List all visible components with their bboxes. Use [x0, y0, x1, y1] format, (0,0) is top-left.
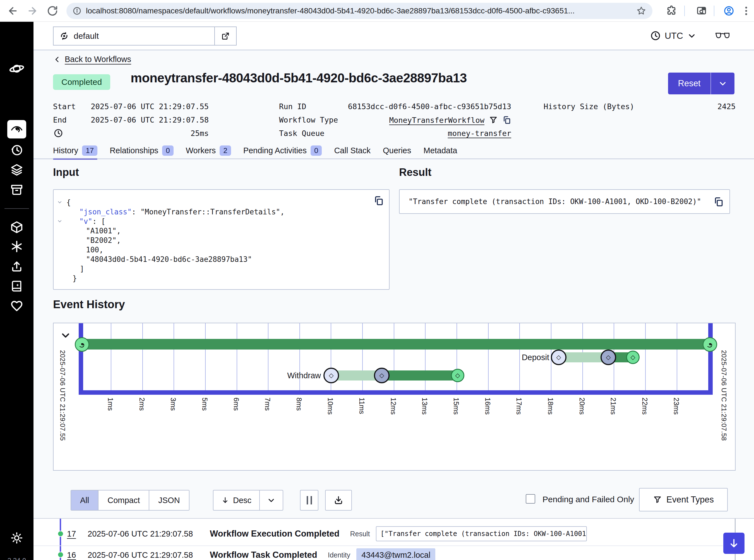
axis-tick: 22ms [641, 398, 649, 415]
event-id-link[interactable]: 17 [67, 529, 80, 539]
browser-reload-icon[interactable] [47, 5, 58, 17]
sidebar-item-workflows[interactable] [7, 120, 26, 138]
axis-tick: 8ms [295, 398, 303, 411]
pending-failed-label: Pending and Failed Only [543, 495, 634, 504]
activity-label-deposit: Deposit [493, 352, 549, 362]
sort-menu-chevron-icon[interactable] [259, 491, 283, 510]
tab-call-stack[interactable]: Call Stack [334, 145, 371, 159]
event-id-link[interactable]: 16 [67, 551, 80, 560]
tab-count-badge: 0 [162, 145, 173, 156]
scroll-to-bottom-button[interactable] [723, 533, 745, 554]
view-compact-button[interactable]: Compact [99, 491, 149, 510]
copy-icon[interactable] [502, 116, 511, 124]
reset-button[interactable]: Reset [668, 73, 734, 94]
sidebar-item-import[interactable] [10, 260, 23, 273]
sidebar-item-task-queues[interactable] [10, 163, 23, 176]
json-line: { [66, 198, 389, 207]
sidebar-item-feedback[interactable] [10, 299, 23, 313]
extensions-icon[interactable] [666, 5, 677, 17]
sort-desc-button[interactable]: Desc [213, 491, 259, 510]
timezone-selector[interactable]: UTC [650, 22, 696, 50]
event-name: Workflow Task Completed [210, 550, 317, 560]
copy-icon[interactable] [713, 197, 724, 207]
timeline-axis-bottom [79, 390, 713, 395]
event-types-filter-button[interactable]: Event Types [639, 488, 728, 512]
pause-autorefresh-button[interactable] [300, 490, 319, 511]
tab-queries[interactable]: Queries [383, 145, 411, 159]
site-info-icon[interactable] [73, 6, 81, 15]
axis-tick: 7ms [263, 398, 271, 411]
view-mode-switcher: All Compact JSON [70, 490, 189, 511]
namespace-selector[interactable]: default [53, 26, 237, 45]
browser-forward-icon[interactable] [27, 5, 38, 17]
temporal-spiral-icon [78, 340, 86, 349]
event-row[interactable]: 16 2025-07-06 UTC 21:29:07.58 Workflow T… [34, 544, 723, 560]
copy-icon[interactable] [373, 195, 384, 206]
withdraw-completed-marker[interactable]: ◇ [451, 369, 464, 382]
tab-label: Call Stack [334, 146, 371, 155]
tab-workers[interactable]: Workers 2 [186, 145, 231, 159]
tab-label: History [53, 146, 78, 155]
sidebar-item-archive[interactable] [10, 183, 23, 197]
sort-order-control: Desc [213, 490, 283, 511]
sidebar-item-docs[interactable] [10, 280, 23, 293]
axis-tick: 23ms [672, 398, 680, 415]
axis-tick: 18ms [546, 398, 554, 415]
back-to-workflows-link[interactable]: Back to Workflows [54, 55, 131, 64]
workflow-start-node[interactable] [75, 337, 89, 352]
expand-chevron-icon[interactable] [60, 329, 72, 341]
download-icon [333, 495, 344, 505]
reset-button-label[interactable]: Reset [668, 73, 711, 94]
arrow-down-icon [221, 496, 229, 504]
labs-glasses-icon[interactable] [715, 30, 730, 41]
gridline [394, 323, 394, 391]
event-timestamp: 2025-07-06 UTC 21:29:07.58 [88, 551, 203, 560]
tab-search-icon[interactable] [696, 5, 707, 17]
bookmark-star-icon[interactable] [636, 6, 646, 16]
browser-back-icon[interactable] [7, 5, 18, 17]
end-label: End [53, 116, 67, 124]
deposit-scheduled-marker[interactable]: ◇ [551, 349, 567, 365]
sidebar-item-deployments[interactable] [10, 221, 23, 234]
axis-tick: 3ms [169, 398, 177, 411]
json-line: "48043d0d-5b41-4920-bd6c-3ae28897ba13" [66, 255, 389, 264]
collapse-chevron-icon[interactable] [57, 199, 62, 205]
reset-menu-chevron-icon[interactable] [711, 73, 734, 94]
profile-icon[interactable] [723, 5, 734, 17]
workflow-execution-bar[interactable] [81, 339, 710, 349]
url-text[interactable]: localhost:8080/namespaces/default/workfl… [86, 6, 636, 15]
workflow-end-node[interactable] [702, 337, 717, 352]
history-size-label: History Size (Bytes) [544, 102, 634, 111]
withdraw-scheduled-marker[interactable]: ◇ [323, 368, 339, 383]
view-all-button[interactable]: All [71, 491, 99, 510]
json-line: 100, [66, 245, 389, 255]
axis-tick: 13ms [421, 398, 429, 415]
temporal-logo-icon[interactable] [9, 61, 24, 77]
namespace-open-icon[interactable] [214, 27, 236, 45]
pending-failed-checkbox[interactable] [526, 494, 535, 504]
timeline-axis-right [708, 323, 713, 395]
collapse-chevron-icon[interactable] [57, 218, 62, 224]
deposit-completed-marker[interactable]: ◇ [626, 351, 639, 364]
filter-funnel-icon [653, 495, 662, 504]
withdraw-started-marker[interactable]: ◇ [374, 368, 390, 383]
view-json-button[interactable]: JSON [149, 491, 189, 510]
address-bar[interactable]: localhost:8080/namespaces/default/workfl… [66, 3, 652, 19]
sidebar-item-schedules[interactable] [10, 143, 23, 156]
axis-tick: 17ms [515, 398, 523, 415]
filter-funnel-icon[interactable] [489, 116, 498, 124]
event-row[interactable]: 17 2025-07-06 UTC 21:29:07.58 Workflow E… [34, 523, 723, 545]
axis-tick: 10ms [326, 398, 334, 415]
tab-relationships[interactable]: Relationships 0 [110, 145, 174, 159]
download-history-button[interactable] [325, 490, 352, 511]
tab-metadata[interactable]: Metadata [424, 145, 457, 159]
workflow-type-link[interactable]: MoneyTransferWorkflow [389, 116, 485, 124]
theme-toggle-sun-icon[interactable] [10, 532, 23, 544]
browser-menu-icon[interactable] [740, 5, 752, 17]
tab-count-badge: 17 [82, 145, 97, 156]
sidebar-item-nexus[interactable] [10, 240, 23, 253]
tab-history[interactable]: History 17 [53, 145, 97, 159]
deposit-started-marker[interactable]: ◇ [600, 349, 616, 365]
task-queue-link[interactable]: money-transfer [346, 129, 511, 138]
tab-pending-activities[interactable]: Pending Activities 0 [243, 145, 322, 159]
